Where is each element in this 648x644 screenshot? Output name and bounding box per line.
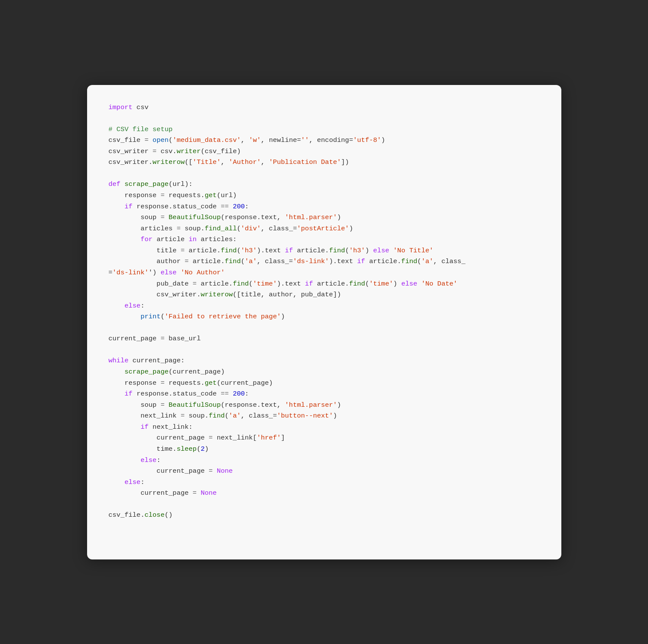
token-op: = [193, 280, 197, 288]
token-fn: find [221, 247, 237, 254]
token-var: (current_page) [169, 368, 225, 376]
token-var: ) [393, 280, 401, 288]
token-fn: find [209, 412, 225, 420]
token-var [109, 236, 141, 243]
token-kw: else [373, 247, 389, 254]
token-op: = [181, 247, 185, 254]
token-kw: if [141, 423, 149, 431]
token-num: 2 [200, 445, 204, 453]
token-var: time. [109, 445, 177, 453]
token-var: ) [337, 214, 341, 221]
code-block: import csv # CSV file setup csv_file = o… [109, 102, 540, 521]
token-fn: close [144, 511, 165, 519]
token-kw: for [141, 236, 153, 243]
token-var: csv_file [109, 136, 145, 144]
token-fn: get [205, 379, 217, 387]
token-var: (response.text, [221, 401, 285, 409]
token-var: title [109, 247, 181, 254]
token-str: 'div' [241, 225, 261, 232]
token-var [165, 214, 169, 221]
token-var: current_page: [128, 357, 185, 364]
token-op: = [144, 136, 148, 144]
token-str: 'No Author' [181, 269, 225, 276]
token-var: article. [365, 258, 401, 265]
token-var: next_link[ [213, 434, 257, 442]
token-op: == [221, 203, 229, 210]
token-str: 'time' [369, 280, 393, 288]
token-op: = [181, 412, 185, 420]
token-op: = [185, 258, 188, 265]
token-var [229, 390, 233, 398]
token-var: ) [349, 225, 353, 232]
token-var: ([title, author, pub_date]) [233, 291, 341, 298]
token-op: = [177, 225, 181, 232]
token-kw: else [141, 456, 157, 464]
token-var: , class_= [257, 258, 293, 265]
token-op: = [160, 192, 164, 199]
token-fn: writerow [200, 291, 232, 298]
token-var: ( [345, 247, 349, 254]
token-var: , class_= [241, 412, 277, 420]
token-op: = [209, 467, 213, 475]
token-fn: find_all [205, 225, 237, 232]
token-fn: scrape_page [125, 368, 169, 376]
token-var [149, 136, 153, 144]
token-var: csv [132, 104, 148, 111]
token-var [109, 478, 125, 486]
token-kw: else [125, 302, 141, 310]
token-var: base_url [165, 335, 201, 342]
token-var: response [109, 192, 161, 199]
token-var: ([ [185, 158, 193, 166]
token-str: 'Publication Date' [269, 158, 341, 166]
token-var [109, 313, 141, 320]
token-var: ) [333, 412, 337, 420]
token-var: soup [109, 401, 161, 409]
token-var: ( [160, 313, 164, 320]
token-op: = [160, 401, 164, 409]
token-var: ) [281, 313, 285, 320]
token-var: (url): [169, 180, 193, 188]
token-none-val: None [200, 489, 216, 497]
token-var: () [165, 511, 173, 519]
token-var: requests. [165, 379, 205, 387]
token-fn: writer [177, 148, 201, 155]
token-var: article. [313, 280, 349, 288]
token-var: current_page [109, 335, 161, 342]
token-var: , encoding= [309, 136, 353, 144]
token-var [213, 467, 216, 475]
token-var: ') [149, 269, 161, 276]
token-kw: def [109, 180, 121, 188]
token-str: 'Title' [193, 158, 221, 166]
token-op: = [153, 148, 157, 155]
token-var: soup [109, 214, 161, 221]
token-str: 'ds-link' [293, 258, 329, 265]
token-var: ] [281, 434, 285, 442]
token-fn: scrape_page [125, 180, 169, 188]
token-var: (response.text, [221, 214, 285, 221]
token-var: response [109, 379, 161, 387]
token-builtin: print [141, 313, 161, 320]
token-str: 'h3' [241, 247, 257, 254]
token-var [389, 247, 393, 254]
token-str: '' [301, 136, 309, 144]
token-var: next_link [109, 412, 181, 420]
token-str: 'html.parser' [285, 214, 337, 221]
token-var: : [157, 456, 160, 464]
token-var [109, 423, 141, 431]
token-var: ]) [341, 158, 349, 166]
token-str: 'a' [245, 258, 257, 265]
token-var: ) [205, 445, 209, 453]
token-fn: find [225, 258, 241, 265]
token-var: response.status_code [132, 390, 221, 398]
token-var: csv_writer. [109, 158, 153, 166]
token-str: 'a' [229, 412, 241, 420]
token-var: articles [109, 225, 177, 232]
token-str: 'button--next' [277, 412, 333, 420]
token-var: ).text [329, 258, 357, 265]
token-var [109, 203, 125, 210]
token-kw: if [285, 247, 293, 254]
token-var: article. [185, 247, 221, 254]
token-var: current_page [109, 467, 209, 475]
token-var: : [141, 302, 144, 310]
token-kw: if [357, 258, 365, 265]
